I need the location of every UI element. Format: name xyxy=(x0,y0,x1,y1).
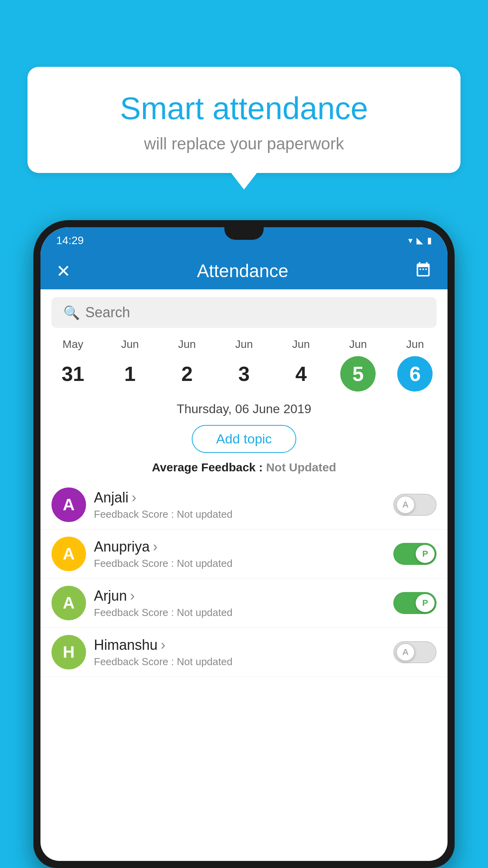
calendar-day[interactable]: Jun2 xyxy=(165,338,209,392)
battery-icon: ▮ xyxy=(427,235,432,246)
toggle-knob: A xyxy=(396,496,415,514)
bubble-title: Smart attendance xyxy=(47,90,441,127)
avg-label: Average Feedback : xyxy=(152,461,266,474)
student-name: Anjali xyxy=(94,489,385,506)
cal-month-label: Jun xyxy=(292,338,310,351)
cal-date-label: 1 xyxy=(112,356,148,392)
calendar-day[interactable]: Jun3 xyxy=(222,338,266,392)
status-time: 14:29 xyxy=(56,234,84,247)
cal-month-label: Jun xyxy=(235,338,253,351)
avatar: A xyxy=(51,537,86,571)
cal-date-label: 6 xyxy=(397,356,433,392)
cal-date-label: 4 xyxy=(283,356,319,392)
bubble-subtitle: will replace your paperwork xyxy=(47,134,441,153)
avatar: A xyxy=(51,586,86,620)
student-item[interactable]: AArjunFeedback Score : Not updatedP xyxy=(40,579,448,628)
cal-date-label: 2 xyxy=(169,356,205,392)
feedback-score: Feedback Score : Not updated xyxy=(94,557,385,570)
search-icon: 🔍 xyxy=(63,305,80,320)
calendar-day[interactable]: Jun5 xyxy=(336,338,380,392)
feedback-score: Feedback Score : Not updated xyxy=(94,508,385,520)
calendar-day[interactable]: May31 xyxy=(51,338,95,392)
attendance-toggle[interactable]: A xyxy=(393,494,437,516)
student-info: AnupriyaFeedback Score : Not updated xyxy=(94,539,385,570)
search-bar: 🔍 xyxy=(51,297,437,328)
calendar-day[interactable]: Jun6 xyxy=(393,338,437,392)
student-info: HimanshuFeedback Score : Not updated xyxy=(94,637,385,668)
avg-value: Not Updated xyxy=(266,461,336,474)
notch xyxy=(224,227,264,240)
status-bar: 14:29 ▾ ◣ ▮ xyxy=(40,227,448,252)
student-name: Anupriya xyxy=(94,539,385,555)
student-item[interactable]: AAnjaliFeedback Score : Not updatedA xyxy=(40,480,448,530)
attendance-toggle[interactable]: A xyxy=(393,641,437,663)
student-item[interactable]: HHimanshuFeedback Score : Not updatedA xyxy=(40,628,448,677)
student-info: ArjunFeedback Score : Not updated xyxy=(94,588,385,619)
avatar: A xyxy=(51,487,86,522)
phone-screen: 14:29 ▾ ◣ ▮ ✕ Attendance 🔍 May31Jun1Jun2… xyxy=(40,227,448,861)
student-name: Himanshu xyxy=(94,637,385,653)
cal-month-label: Jun xyxy=(406,338,424,351)
cal-date-label: 31 xyxy=(55,356,91,392)
attendance-toggle[interactable]: P xyxy=(393,592,437,614)
app-bar-title: Attendance xyxy=(197,260,288,281)
cal-month-label: Jun xyxy=(178,338,196,351)
cal-month-label: May xyxy=(62,338,83,351)
cal-month-label: Jun xyxy=(349,338,367,351)
feedback-score: Feedback Score : Not updated xyxy=(94,656,385,668)
close-button[interactable]: ✕ xyxy=(56,261,71,281)
toggle-knob: P xyxy=(416,545,435,563)
wifi-icon: ▾ xyxy=(408,235,413,246)
signal-icon: ◣ xyxy=(416,235,423,246)
status-icons: ▾ ◣ ▮ xyxy=(408,235,432,246)
calendar-day[interactable]: Jun4 xyxy=(279,338,323,392)
calendar-day[interactable]: Jun1 xyxy=(108,338,152,392)
toggle-knob: A xyxy=(396,643,415,661)
search-input[interactable] xyxy=(85,304,425,321)
calendar-strip: May31Jun1Jun2Jun3Jun4Jun5Jun6 xyxy=(40,332,448,395)
avatar: H xyxy=(51,635,86,669)
student-list: AAnjaliFeedback Score : Not updatedAAAnu… xyxy=(40,480,448,861)
app-bar: ✕ Attendance xyxy=(40,252,448,289)
phone-frame: 14:29 ▾ ◣ ▮ ✕ Attendance 🔍 May31Jun1Jun2… xyxy=(33,220,455,868)
speech-bubble: Smart attendance will replace your paper… xyxy=(28,67,460,173)
attendance-toggle[interactable]: P xyxy=(393,543,437,565)
selected-date: Thursday, 06 June 2019 xyxy=(40,395,448,420)
feedback-score: Feedback Score : Not updated xyxy=(94,607,385,619)
cal-month-label: Jun xyxy=(121,338,139,351)
add-topic-button[interactable]: Add topic xyxy=(192,425,296,453)
cal-date-label: 5 xyxy=(340,356,376,392)
cal-date-label: 3 xyxy=(226,356,262,392)
student-item[interactable]: AAnupriyaFeedback Score : Not updatedP xyxy=(40,530,448,579)
toggle-knob: P xyxy=(416,594,435,612)
student-name: Arjun xyxy=(94,588,385,604)
student-info: AnjaliFeedback Score : Not updated xyxy=(94,489,385,520)
calendar-icon[interactable] xyxy=(415,261,432,281)
avg-feedback: Average Feedback : Not Updated xyxy=(40,458,448,480)
